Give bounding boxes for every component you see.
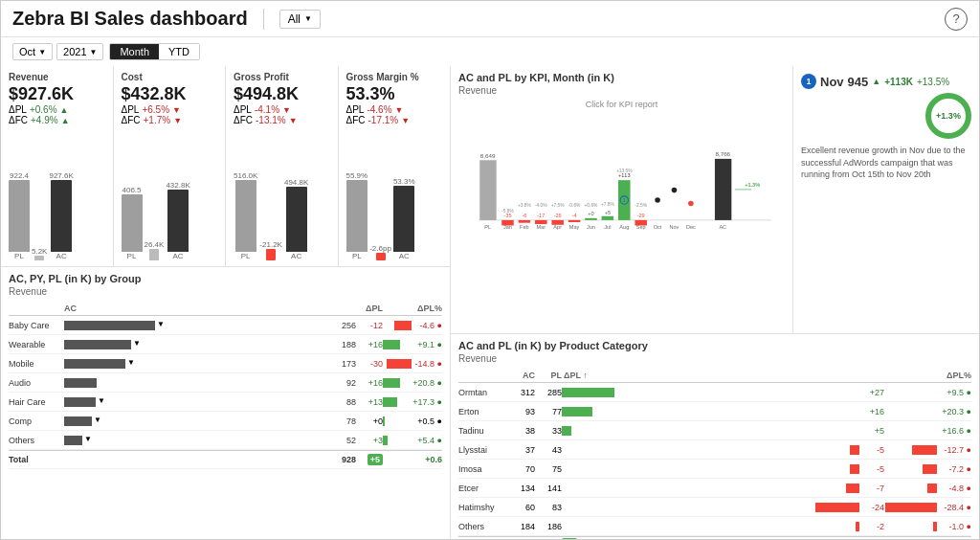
kpi-gross-margin: Gross Margin % 53.3% ΔPL -4.6% ▼ ΔFC -17… [339,66,451,266]
kpi-cost-delta-fc: ΔFC +1.7% ▼ [122,115,218,125]
svg-text:Jul: Jul [604,224,611,230]
product-row-etcer: Etcer 134 141 -7 -4.8 ● [458,479,971,498]
svg-text:Oct: Oct [654,224,662,230]
svg-text:+1.3%: +1.3% [745,182,760,188]
svg-text:+3.8%: +3.8% [518,203,532,208]
svg-text:-5.8%: -5.8% [501,209,514,214]
down-arrow-icon: ▼ [173,116,182,125]
svg-text:+7.5%: +7.5% [551,203,566,208]
svg-text:-26: -26 [554,213,562,218]
period-year-dropdown[interactable]: 2021 ▼ [56,43,103,60]
kpi-cost-value: $432.8K [122,84,218,104]
svg-text:Dec: Dec [686,224,696,230]
group-row-hair-care: Hair Care ▼ 88 +13 +17.3 ● [9,393,442,412]
svg-rect-8 [519,220,531,223]
svg-text:PL: PL [484,224,491,230]
svg-text:8,649: 8,649 [480,152,496,159]
group-row-baby-care: Baby Care ▼ 256 -12 -4.6 ● [9,316,442,335]
kpi-gp-chart: 516.0K PL -21.2K 494.8K [234,125,330,260]
svg-text:AC: AC [719,224,726,230]
help-button[interactable]: ? [945,8,968,31]
svg-rect-1 [479,160,496,220]
svg-text:-6: -6 [522,213,526,218]
up-arrow-icon: ▲ [61,116,70,125]
svg-text:+13.5%: +13.5% [616,169,633,173]
svg-text:8,766: 8,766 [715,150,730,157]
group-row-mobile: Mobile ▼ 173 -30 -14.8 ● [9,354,442,373]
svg-rect-28 [602,216,614,220]
kpi-gm-delta-fc: ΔFC -17.1% ▼ [346,115,443,125]
kpi-cost-label: Cost [122,72,218,82]
svg-text:-2.5%: -2.5% [635,203,647,208]
up-arrow-icon: ▲ [60,105,69,115]
kpi-gp-delta-pl: ΔPL -4.1% ▼ [234,104,330,115]
product-table-headers: AC PL ΔPL ↑ ΔPL% [458,368,971,383]
svg-text:-4: -4 [572,213,577,218]
svg-rect-20 [568,220,581,222]
group-row-total: Total 928 +5 +0.6 [9,450,442,469]
down-arrow-icon: ▼ [395,105,404,115]
annotation-box: 1 Nov 945 ▲ +113K +13.5% +1.3% Excellent… [792,66,979,333]
product-row-llysstai: Llysstai 37 43 -5 -12.7 ● [458,440,971,460]
svg-text:+7.8%: +7.8% [601,202,615,207]
kpi-line-title: AC and PL by KPI, Month (in K) [458,72,785,83]
svg-text:+113: +113 [618,172,631,178]
svg-text:-35: -35 [503,213,511,218]
year-chevron-icon: ▼ [90,48,98,56]
page-title: Zebra BI Sales dashboard [12,8,248,30]
group-chart-subtitle: Revenue [9,286,442,297]
kpi-revenue-delta-pl: ΔPL +0.6% ▲ [9,104,105,115]
svg-text:-0.6%: -0.6% [568,203,581,208]
product-row-hatimshy: Hatimshy 60 83 -24 -28.4 ● [458,498,971,517]
group-table-headers: AC ΔPL ΔPL% [9,301,442,316]
svg-text:-29: -29 [637,213,645,218]
period-month-label: Oct [19,46,35,57]
view-toggle: Month YTD [109,43,200,60]
svg-text:Nov: Nov [670,224,679,230]
svg-point-46 [688,201,694,207]
kpi-cost-delta-pl: ΔPL +6.5% ▼ [122,104,218,115]
kpi-gm-chart: 55.9% PL -2.6pp 53.3% [346,125,443,260]
svg-text:Sep: Sep [636,224,646,230]
tab-ytd[interactable]: YTD [159,44,199,59]
down-arrow-icon: ▼ [289,116,298,125]
svg-text:May: May [569,224,580,230]
kpi-gross-profit: Gross Profit $494.8K ΔPL -4.1% ▼ ΔFC -13… [226,66,339,266]
svg-text:-4.0%: -4.0% [535,203,547,208]
group-table: Baby Care ▼ 256 -12 -4.6 ● [9,316,442,469]
month-chevron-icon: ▼ [38,48,46,56]
kpi-revenue-chart: 922.4 PL 5.2K 927.6K [9,125,105,260]
up-triangle-icon: ▲ [872,77,880,86]
kpi-gp-value: $494.8K [234,84,330,104]
product-row-total: Total 928 922 +5 +0.6 [458,536,971,539]
svg-point-42 [655,197,660,203]
product-chart-section: AC and PL (in K) by Product Category Rev… [451,334,979,539]
help-icon: ? [952,11,959,26]
kpi-gm-delta-pl: ΔPL -4.6% ▼ [346,104,443,115]
down-arrow-icon: ▼ [282,105,291,115]
kpi-revenue-label: Revenue [9,72,105,82]
svg-text:Apr: Apr [553,224,562,230]
product-row-erton: Erton 93 77 +16 +20.3 ● [458,402,971,421]
kpi-revenue-delta-fc: ΔFC +4.9% ▲ [9,115,105,125]
annotation-month: Nov [820,75,844,89]
period-month-dropdown[interactable]: Oct ▼ [12,43,53,60]
kpi-revenue: Revenue $927.6K ΔPL +0.6% ▲ ΔFC +4.9% ▲ [1,66,114,266]
filter-dropdown[interactable]: All ▼ [279,10,321,29]
svg-text:Aug: Aug [619,224,629,230]
svg-text:Jan: Jan [503,224,512,230]
kpi-line-chart: AC and PL by KPI, Month (in K) Revenue C… [451,66,792,333]
annotation-value: 945 [848,75,869,89]
annotation-delta-abs: +113K [884,77,913,87]
svg-text:Feb: Feb [520,224,529,230]
kpi-gm-label: Gross Margin % [346,72,443,82]
kpi-line-svg: 8,649 PL -35 Jan -5.8% -6 Feb [458,111,785,303]
tab-month[interactable]: Month [110,44,159,59]
kpi-gp-label: Gross Profit [234,72,330,82]
annotation-num: 1 [801,74,816,89]
kpi-cost-chart: 406.5 PL 26.4K 432.8K [122,125,218,260]
svg-text:1: 1 [623,198,626,203]
product-row-others: Others 184 186 -2 -1.0 ● [458,517,971,536]
click-hint[interactable]: Click for KPI report [458,100,785,109]
svg-text:-17: -17 [537,213,545,218]
